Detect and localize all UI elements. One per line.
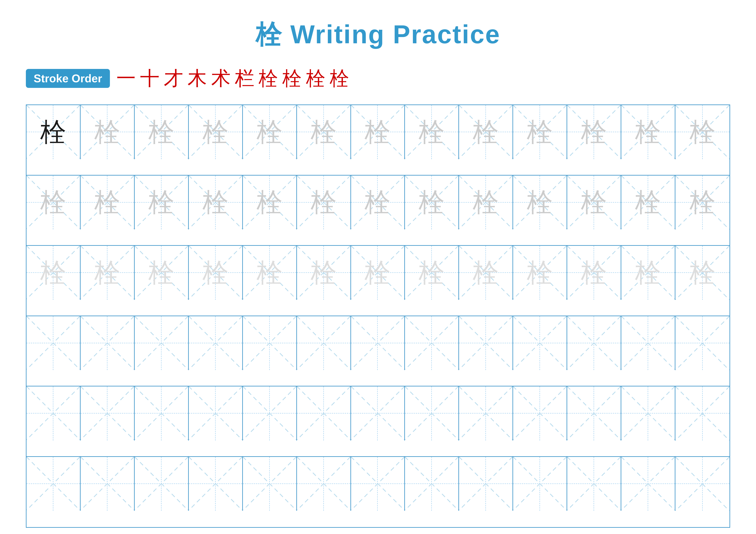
grid-cell[interactable]: 栓 bbox=[189, 105, 243, 159]
grid-cell[interactable] bbox=[189, 387, 243, 441]
grid-cell[interactable]: 栓 bbox=[675, 246, 729, 300]
stroke-9: 栓 bbox=[306, 65, 325, 91]
grid-cell[interactable] bbox=[675, 316, 729, 370]
grid-cell[interactable]: 栓 bbox=[243, 105, 297, 159]
page-container: 栓 Writing Practice Stroke Order 一 十 才 木 … bbox=[0, 0, 756, 534]
char-display: 栓 bbox=[635, 114, 661, 150]
grid-cell[interactable] bbox=[81, 457, 135, 511]
grid-cell[interactable]: 栓 bbox=[621, 176, 675, 230]
grid-cell[interactable] bbox=[135, 316, 189, 370]
grid-cell[interactable]: 栓 bbox=[189, 246, 243, 300]
grid-cell[interactable] bbox=[513, 316, 567, 370]
grid-cell[interactable] bbox=[567, 457, 621, 511]
grid-cell[interactable] bbox=[405, 387, 459, 441]
grid-cell[interactable] bbox=[189, 457, 243, 511]
stroke-order-badge: Stroke Order bbox=[26, 69, 110, 88]
grid-cell[interactable] bbox=[675, 387, 729, 441]
grid-cell[interactable] bbox=[675, 457, 729, 511]
grid-cell[interactable]: 栓 bbox=[513, 246, 567, 300]
grid-cell[interactable] bbox=[243, 457, 297, 511]
grid-cell[interactable] bbox=[81, 316, 135, 370]
grid-cell[interactable] bbox=[621, 387, 675, 441]
char-display: 栓 bbox=[527, 114, 553, 150]
grid-cell[interactable]: 栓 bbox=[189, 176, 243, 230]
grid-cell[interactable] bbox=[135, 457, 189, 511]
grid-cell[interactable] bbox=[621, 457, 675, 511]
grid-cell[interactable] bbox=[513, 457, 567, 511]
grid-cell[interactable]: 栓 bbox=[27, 246, 81, 300]
grid-cell[interactable]: 栓 bbox=[405, 105, 459, 159]
grid-cell[interactable] bbox=[351, 316, 405, 370]
grid-cell[interactable] bbox=[567, 387, 621, 441]
char-display: 栓 bbox=[527, 185, 553, 220]
grid-cell[interactable]: 栓 bbox=[81, 246, 135, 300]
stroke-sequence: 一 十 才 木 术 栏 栓 栓 栓 栓 bbox=[116, 65, 349, 91]
grid-cell[interactable] bbox=[27, 387, 81, 441]
grid-cell[interactable] bbox=[459, 387, 513, 441]
grid-cell[interactable]: 栓 bbox=[27, 105, 81, 159]
grid-cell[interactable]: 栓 bbox=[567, 176, 621, 230]
grid-cell[interactable]: 栓 bbox=[135, 176, 189, 230]
grid-cell[interactable] bbox=[27, 457, 81, 511]
grid-cell[interactable] bbox=[621, 316, 675, 370]
grid-cell[interactable]: 栓 bbox=[81, 105, 135, 159]
char-display: 栓 bbox=[202, 185, 229, 220]
grid-cell[interactable]: 栓 bbox=[27, 176, 81, 230]
grid-cell[interactable] bbox=[351, 387, 405, 441]
grid-cell[interactable]: 栓 bbox=[621, 105, 675, 159]
grid-cell[interactable]: 栓 bbox=[405, 246, 459, 300]
grid-cell[interactable] bbox=[459, 316, 513, 370]
grid-cell[interactable]: 栓 bbox=[81, 176, 135, 230]
grid-cell[interactable] bbox=[513, 387, 567, 441]
char-display: 栓 bbox=[527, 255, 553, 291]
char-display: 栓 bbox=[311, 255, 337, 291]
stroke-4: 木 bbox=[187, 65, 207, 91]
grid-cell[interactable]: 栓 bbox=[459, 246, 513, 300]
grid-cell[interactable] bbox=[459, 457, 513, 511]
grid-cell[interactable]: 栓 bbox=[135, 246, 189, 300]
grid-cell[interactable]: 栓 bbox=[297, 246, 351, 300]
grid-cell[interactable]: 栓 bbox=[243, 246, 297, 300]
page-title: 栓 Writing Practice bbox=[256, 17, 500, 52]
grid-cell[interactable]: 栓 bbox=[567, 246, 621, 300]
title-text: Writing Practice bbox=[282, 20, 500, 49]
grid-cell[interactable]: 栓 bbox=[459, 176, 513, 230]
grid-cell[interactable]: 栓 bbox=[675, 105, 729, 159]
grid-cell[interactable] bbox=[243, 316, 297, 370]
grid-cell[interactable] bbox=[135, 387, 189, 441]
grid-cell[interactable] bbox=[189, 316, 243, 370]
char-display: 栓 bbox=[581, 114, 607, 150]
char-display: 栓 bbox=[689, 185, 716, 220]
char-display: 栓 bbox=[257, 114, 283, 150]
grid-cell[interactable] bbox=[351, 457, 405, 511]
grid-cell[interactable] bbox=[27, 316, 81, 370]
char-display: 栓 bbox=[635, 255, 661, 291]
grid-cell[interactable]: 栓 bbox=[135, 105, 189, 159]
grid-cell[interactable]: 栓 bbox=[513, 105, 567, 159]
grid-cell[interactable]: 栓 bbox=[405, 176, 459, 230]
grid-cell[interactable]: 栓 bbox=[621, 246, 675, 300]
grid-cell[interactable]: 栓 bbox=[513, 176, 567, 230]
grid-cell[interactable]: 栓 bbox=[675, 176, 729, 230]
grid-cell[interactable]: 栓 bbox=[567, 105, 621, 159]
grid-cell[interactable]: 栓 bbox=[351, 246, 405, 300]
grid-cell[interactable] bbox=[567, 316, 621, 370]
grid-cell[interactable] bbox=[405, 316, 459, 370]
char-display: 栓 bbox=[94, 255, 120, 291]
grid-cell[interactable]: 栓 bbox=[351, 105, 405, 159]
grid-cell[interactable]: 栓 bbox=[351, 176, 405, 230]
grid-cell[interactable]: 栓 bbox=[459, 105, 513, 159]
grid-cell[interactable] bbox=[297, 457, 351, 511]
char-display: 栓 bbox=[635, 185, 661, 220]
char-display: 栓 bbox=[148, 185, 174, 220]
grid-cell[interactable]: 栓 bbox=[297, 105, 351, 159]
grid-cell[interactable] bbox=[243, 387, 297, 441]
grid-cell[interactable] bbox=[405, 457, 459, 511]
grid-cell[interactable]: 栓 bbox=[297, 176, 351, 230]
grid-cell[interactable] bbox=[297, 316, 351, 370]
grid-cell[interactable] bbox=[81, 387, 135, 441]
stroke-8: 栓 bbox=[282, 65, 302, 91]
grid-cell[interactable]: 栓 bbox=[243, 176, 297, 230]
grid-row-5 bbox=[27, 387, 729, 457]
grid-cell[interactable] bbox=[297, 387, 351, 441]
